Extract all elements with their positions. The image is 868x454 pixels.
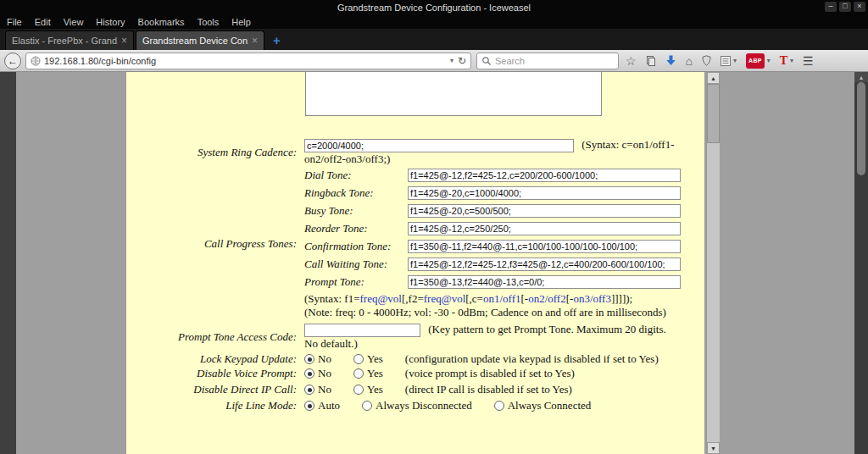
maximize-button[interactable]: □ xyxy=(839,2,851,12)
tone-label: Ringback Tone: xyxy=(304,186,408,200)
tab-grandstream-config[interactable]: Grandstream Device Con... × xyxy=(136,30,264,50)
prompt-tone-row: Prompt Tone: xyxy=(304,274,699,289)
radio-label[interactable]: Auto xyxy=(318,399,340,412)
new-tab-button[interactable]: + xyxy=(273,33,281,47)
search-placeholder: Search xyxy=(495,56,525,66)
clipboard-icon[interactable] xyxy=(646,55,656,66)
menu-file[interactable]: File xyxy=(7,17,22,27)
close-button[interactable]: × xyxy=(854,2,865,12)
url-text: 192.168.1.80/cgi-bin/config xyxy=(44,56,448,66)
system-ring-cadence-input[interactable] xyxy=(304,139,574,152)
search-input[interactable]: Search xyxy=(476,53,619,69)
dial-tone-row: Dial Tone: xyxy=(304,168,699,182)
tab-elastix[interactable]: Elastix - FreePbx - Grand... × xyxy=(5,30,134,50)
scroll-thumb[interactable] xyxy=(707,84,720,143)
disable-direct-ip-call-row: Disable Direct IP Call: NoYes(direct IP … xyxy=(130,383,699,396)
life-line-auto-radio[interactable] xyxy=(304,401,314,411)
prompt-tone-access-code-input[interactable] xyxy=(304,324,420,337)
shield-icon[interactable] xyxy=(702,55,711,66)
menu-history[interactable]: History xyxy=(96,17,125,27)
call-waiting-tone-input[interactable] xyxy=(408,257,681,271)
globe-icon xyxy=(31,56,41,66)
tone-label: Call Waiting Tone: xyxy=(304,257,408,271)
home-icon[interactable]: ⌂ xyxy=(686,55,693,67)
navigation-toolbar: ← 192.168.1.80/cgi-bin/config ▾ ↻ Search xyxy=(0,50,868,72)
radio-label[interactable]: No xyxy=(318,383,331,396)
radio-label[interactable]: Yes xyxy=(367,383,383,396)
reorder-tone-row: Reorder Tone: xyxy=(304,221,699,235)
window-controls: – □ × xyxy=(825,2,865,12)
tab-close-icon[interactable]: × xyxy=(121,35,127,47)
prompt-tone-input[interactable] xyxy=(408,275,681,289)
field-label: Lock Keypad Update: xyxy=(130,352,297,366)
direct-ip-yes-radio[interactable] xyxy=(353,385,364,395)
scroll-up-button[interactable]: ▲ xyxy=(707,72,720,84)
ringback-tone-input[interactable] xyxy=(408,186,681,200)
bookmark-star-icon[interactable]: ☆ xyxy=(626,55,637,67)
field-note: (direct IP call is disabled if set to Ye… xyxy=(405,383,572,396)
tone-label: Busy Tone: xyxy=(304,204,408,218)
chevron-down-icon[interactable]: ▾ xyxy=(790,55,793,67)
back-button[interactable]: ← xyxy=(4,53,21,69)
voice-prompt-yes-radio[interactable] xyxy=(353,368,364,379)
field-label: Disable Direct IP Call: xyxy=(130,383,297,396)
adblock-icon[interactable]: ABP ▾ xyxy=(746,53,771,69)
titlebar: Grandstream Device Configuration - Icewe… xyxy=(0,0,868,14)
radio-label[interactable]: No xyxy=(318,352,331,365)
lock-keypad-update-row: Lock Keypad Update: NoYes(configuration … xyxy=(130,352,699,366)
radio-label[interactable]: Always Connected xyxy=(508,399,592,412)
url-bar[interactable]: 192.168.1.80/cgi-bin/config ▾ ↻ xyxy=(25,53,471,69)
tones-note: (Note: freq: 0 - 4000Hz; vol: -30 - 0dBm… xyxy=(304,306,699,319)
browser-scrollbar[interactable]: ▲ xyxy=(854,72,868,454)
radio-label[interactable]: Always Disconnected xyxy=(376,399,472,412)
lock-keypad-no-radio[interactable] xyxy=(304,354,314,364)
radio-label[interactable]: No xyxy=(318,367,331,379)
disable-voice-prompt-row: Disable Voice Prompt: NoYes(voice prompt… xyxy=(130,367,699,380)
radio-label[interactable]: Yes xyxy=(367,367,383,379)
reload-icon[interactable]: ↻ xyxy=(458,55,466,67)
prompt-tone-access-code-row: Prompt Tone Access Code: (Key pattern to… xyxy=(130,323,699,351)
menu-bookmarks[interactable]: Bookmarks xyxy=(138,17,185,27)
ringback-tone-row: Ringback Tone: xyxy=(304,185,699,200)
reorder-tone-input[interactable] xyxy=(408,222,681,235)
window-title: Grandstream Device Configuration - Icewe… xyxy=(337,3,531,13)
field-label: System Ring Cadence: xyxy=(130,146,297,159)
frame-scrollbar[interactable]: ▲ ▼ xyxy=(706,72,720,454)
life-line-disconnected-radio[interactable] xyxy=(362,401,372,411)
voice-prompt-no-radio[interactable] xyxy=(304,368,314,379)
confirmation-tone-input[interactable] xyxy=(408,240,681,253)
menu-help[interactable]: Help xyxy=(231,17,251,27)
chevron-down-icon[interactable]: ▾ xyxy=(733,55,737,67)
dial-tone-input[interactable] xyxy=(408,169,681,182)
tone-label: Prompt Tone: xyxy=(304,275,408,289)
grandstream-config-form: System Ring Cadence: (Syntax: c=on1/off1… xyxy=(126,72,704,454)
field-label: Prompt Tone Access Code: xyxy=(130,330,297,344)
t-addon-icon[interactable]: T ▾ xyxy=(780,55,793,67)
menubar: File Edit View History Bookmarks Tools H… xyxy=(0,14,868,29)
download-icon[interactable] xyxy=(665,55,676,66)
radio-label[interactable]: Yes xyxy=(367,352,383,365)
tone-label: Confirmation Tone: xyxy=(304,240,408,253)
direct-ip-no-radio[interactable] xyxy=(304,385,314,395)
minimize-button[interactable]: – xyxy=(825,2,837,12)
menu-edit[interactable]: Edit xyxy=(35,17,51,27)
left-strip xyxy=(0,72,16,454)
busy-tone-input[interactable] xyxy=(408,204,681,218)
call-progress-tones-row: Call Progress Tones: Dial Tone: Ringback… xyxy=(130,168,699,319)
field-label: Call Progress Tones: xyxy=(130,237,297,251)
menu-view[interactable]: View xyxy=(64,17,84,27)
ring-tone-textarea[interactable] xyxy=(305,72,602,116)
life-line-connected-radio[interactable] xyxy=(494,401,504,411)
scroll-up-button[interactable]: ▲ xyxy=(854,72,868,82)
scroll-thumb[interactable] xyxy=(857,82,865,175)
tab-close-icon[interactable]: × xyxy=(252,35,258,47)
field-note: (configuration update via keypad is disa… xyxy=(405,352,659,365)
chevron-down-icon[interactable]: ▾ xyxy=(767,55,771,67)
scroll-down-button[interactable]: ▼ xyxy=(707,442,720,454)
hamburger-menu-icon[interactable]: ☰ xyxy=(803,55,814,67)
lock-keypad-yes-radio[interactable] xyxy=(353,354,364,364)
list-icon[interactable]: ▾ xyxy=(721,55,737,67)
field-note: (voice prompt is disabled if set to Yes) xyxy=(405,367,575,379)
menu-tools[interactable]: Tools xyxy=(198,17,220,27)
url-dropdown-icon[interactable]: ▾ xyxy=(450,57,453,64)
